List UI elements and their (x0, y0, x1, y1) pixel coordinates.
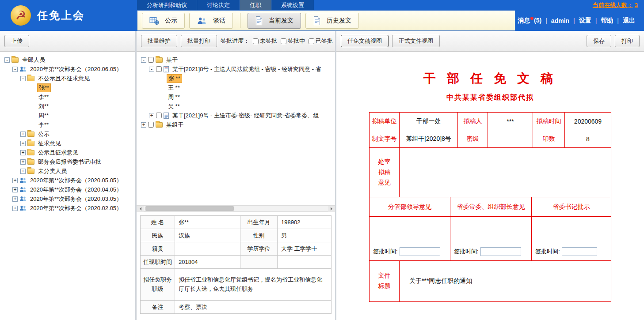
logout-link[interactable]: 退出 (623, 17, 635, 25)
tree-item-dispatch-root[interactable]: 某干 (138, 55, 333, 64)
document-subtitle: 中共某某省委组织部代拟 (336, 93, 644, 102)
tree-item-dispatch-doc[interactable]: 某干[2021]8号 - 主送人民法院党组 - 密级 - 经研究同意 - 省 (138, 64, 333, 74)
secretary-opinion-cell: 签批时间: (532, 217, 611, 261)
tree-item-meeting[interactable]: 2020年第**次部务会（2020.03.05） (2, 194, 133, 203)
print-button[interactable]: 打印 (615, 35, 640, 47)
office-opinion-content[interactable] (400, 148, 611, 197)
tree-item-person[interactable]: 李** (2, 120, 133, 129)
settings-link[interactable]: 设置 (579, 17, 591, 25)
horizontal-scrollbar[interactable] (137, 205, 335, 212)
tree-item-person[interactable]: 吴 ** (138, 102, 333, 111)
tree-item-person[interactable]: 李** (2, 92, 133, 102)
tree-item-category[interactable]: 公示且征求意见 (2, 148, 133, 157)
current-dispatch-button[interactable]: 当前发文 (248, 13, 301, 29)
expand-icon[interactable] (12, 178, 18, 183)
field-label (240, 256, 278, 269)
filter-unsigned[interactable]: 未签批 (253, 37, 277, 45)
tree-item-category[interactable]: 公示 (2, 129, 133, 139)
batch-maintain-button[interactable]: 批量维护 (141, 35, 177, 47)
unsigned-checkbox[interactable] (253, 38, 259, 44)
scroll-right-button[interactable] (328, 206, 335, 212)
draft-view-button[interactable]: 任免文稿视图 (341, 35, 389, 47)
messages-link[interactable]: 消息(5) (518, 17, 541, 25)
signed-checkbox[interactable] (309, 38, 314, 44)
form-value (488, 130, 533, 148)
tab-analysis-motion[interactable]: 分析研判和动议 (137, 0, 197, 10)
signing-checkbox[interactable] (281, 38, 286, 44)
expand-icon[interactable] (12, 196, 18, 202)
tree-item-dispatch-doc[interactable]: 某干[2021]9号 - 主送市委-密级- 经研究同意-省委常委、组 (138, 111, 333, 120)
sign-time-input[interactable] (480, 247, 521, 256)
save-button[interactable]: 保存 (587, 35, 611, 47)
expand-icon[interactable] (20, 132, 26, 137)
document-icon (255, 16, 263, 25)
tree-item-person[interactable]: 王 ** (138, 83, 333, 92)
field-value (175, 242, 240, 256)
form-label: 拟稿人 (458, 113, 488, 130)
opinion-header: 省委书记批示 (532, 197, 611, 217)
help-link[interactable]: 帮助 (601, 17, 613, 25)
expand-icon[interactable] (20, 141, 26, 146)
item-checkbox[interactable] (156, 66, 162, 72)
expand-icon[interactable] (20, 159, 26, 165)
item-checkbox[interactable] (148, 122, 154, 128)
expand-icon[interactable] (12, 187, 18, 192)
tree-item-dispatch-root[interactable]: 某组干 (138, 120, 333, 129)
tab-discussion-decision[interactable]: 讨论决定 (197, 0, 240, 10)
expand-icon[interactable] (20, 169, 26, 174)
sign-time-input[interactable] (562, 247, 597, 256)
notification-dot (530, 17, 533, 20)
opinion-header: 分管部领导意见 (370, 197, 450, 217)
scrollbar-thumb[interactable] (145, 206, 234, 211)
publicity-button[interactable]: 公示 (142, 13, 185, 29)
tree-item-person[interactable]: 周** (2, 111, 133, 120)
person-detail: 姓 名 张** 出生年月 198902 民族 汉族 性别 男 籍贯 学 (137, 212, 335, 320)
formal-view-button[interactable]: 正式文件视图 (392, 35, 440, 47)
collapse-icon[interactable] (12, 67, 18, 72)
expand-icon[interactable] (149, 113, 154, 118)
tree-item-person[interactable]: 刘** (2, 102, 133, 111)
scroll-left-button[interactable] (137, 206, 144, 212)
form-value: 干部一处 (400, 113, 458, 130)
field-value (278, 256, 332, 269)
expand-icon[interactable] (20, 150, 26, 155)
history-dispatch-button[interactable]: 历史发文 (305, 13, 359, 29)
leader-opinion-cell: 签批时间: (370, 217, 450, 261)
tree-item-meeting[interactable]: 2020年第**次部务会（2020.04.05） (2, 185, 133, 194)
upload-button[interactable]: 上传 (4, 35, 29, 47)
tree-item-meeting[interactable]: 2020年第**次部务会（2020.05.05） (2, 176, 133, 185)
user-menu: 消息(5) | admin | 设置 | 帮助 | 退出 (515, 10, 644, 31)
tree-item-person[interactable]: 张** (2, 83, 133, 92)
committee-opinion-cell: 签批时间: (450, 217, 532, 261)
tree-item-category[interactable]: 未分类人员 (2, 166, 133, 176)
tree-item-person[interactable]: 周 ** (138, 92, 333, 102)
collapse-icon[interactable] (20, 76, 26, 81)
file-title-value[interactable]: 关于***同志任职的通知 (400, 261, 611, 301)
tree-item-category[interactable]: 征求意见 (2, 139, 133, 148)
tab-appointment[interactable]: 任职 (240, 0, 271, 10)
talk-button[interactable]: 谈话 (189, 13, 233, 29)
tree-item-category[interactable]: 部务会后报省委书记审批 (2, 157, 133, 166)
tree-item-category[interactable]: 不公示且不征求意见 (2, 74, 133, 83)
dispatch-panel: 批量维护 批量打印 签批进度： 未签批 签批中 已签批 某干 某干[2021]8… (137, 31, 335, 320)
collapse-icon[interactable] (141, 57, 146, 63)
filter-signed[interactable]: 已签批 (309, 37, 333, 45)
filter-signing[interactable]: 签批中 (281, 37, 305, 45)
header-center: 分析研判和动议 讨论决定 任职 系统设置 公示 谈话 (137, 0, 515, 31)
document-panel: 任免文稿视图 正式文件视图 保存 打印 干 部 任 免 文 稿 中共某某省委组织… (336, 31, 644, 320)
batch-print-button[interactable]: 批量打印 (181, 35, 217, 47)
item-checkbox[interactable] (148, 57, 154, 63)
expand-icon[interactable] (12, 206, 18, 211)
sign-time-label: 签批时间: (373, 248, 398, 256)
tab-system-settings[interactable]: 系统设置 (271, 0, 314, 10)
collapse-icon[interactable] (4, 57, 10, 63)
tree-item-all-personnel[interactable]: 全部人员 (2, 55, 133, 64)
username[interactable]: admin (551, 17, 569, 24)
collapse-icon[interactable] (149, 67, 154, 72)
tree-item-meeting[interactable]: 2020年第**次部务会（2020.06.05） (2, 64, 133, 74)
item-checkbox[interactable] (156, 113, 162, 118)
tree-item-person[interactable]: 张 ** (138, 74, 333, 83)
expand-icon[interactable] (141, 122, 146, 128)
sign-time-input[interactable] (400, 247, 440, 256)
tree-item-meeting[interactable]: 2020年第**次部务会（2020.02.05） (2, 203, 133, 213)
